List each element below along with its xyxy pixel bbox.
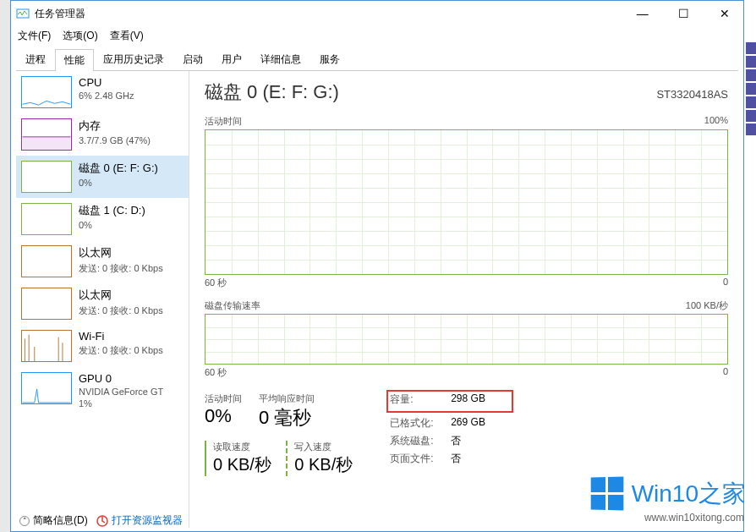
tab-performance[interactable]: 性能 <box>55 49 94 71</box>
capacity-highlight: 容量:298 GB <box>386 390 513 413</box>
menubar: 文件(F) 选项(O) 查看(V) <box>11 26 743 45</box>
formatted-value: 269 GB <box>451 416 510 431</box>
chart2-max: 100 KB/秒 <box>686 299 728 312</box>
sidebar-detail: 6% 2.48 GHz <box>79 90 134 101</box>
chart2-xright: 0 <box>723 366 728 379</box>
memory-thumb-icon <box>21 118 72 151</box>
window-title: 任务管理器 <box>35 7 623 21</box>
tab-processes[interactable]: 进程 <box>16 48 55 70</box>
minimize-button[interactable]: — <box>623 1 661 26</box>
menu-options[interactable]: 选项(O) <box>63 29 97 43</box>
app-icon <box>16 7 30 20</box>
maximize-button[interactable]: ☐ <box>665 1 703 26</box>
read-speed-label: 读取速度 <box>213 441 271 453</box>
sidebar-label: 磁盘 1 (C: D:) <box>79 203 145 218</box>
formatted-key: 已格式化: <box>390 416 451 431</box>
sidebar-detail: NVIDIA GeForce GT <box>79 387 163 397</box>
sidebar-label: 内存 <box>79 118 151 134</box>
sidebar-ethernet-1[interactable]: 以太网发送: 0 接收: 0 Kbps <box>16 282 189 325</box>
response-time-label: 平均响应时间 <box>259 392 315 405</box>
sidebar-label: GPU 0 <box>79 372 163 385</box>
sidebar-label: 以太网 <box>79 288 163 303</box>
active-time-value: 0% <box>205 405 242 427</box>
sidebar-label: CPU <box>79 76 134 89</box>
close-button[interactable]: ✕ <box>705 1 743 26</box>
resource-monitor-icon <box>96 515 108 527</box>
tab-users[interactable]: 用户 <box>212 48 251 70</box>
open-resource-monitor[interactable]: 打开资源监视器 <box>96 513 183 528</box>
ethernet-thumb-icon <box>21 288 72 320</box>
disk-model: ST3320418AS <box>656 88 728 101</box>
tab-app-history[interactable]: 应用历史记录 <box>94 48 173 70</box>
system-disk-key: 系统磁盘: <box>390 434 451 448</box>
active-time-label: 活动时间 <box>205 392 242 405</box>
ethernet-thumb-icon <box>21 245 72 277</box>
read-speed-value: 0 KB/秒 <box>213 453 271 476</box>
sidebar-label: Wi-Fi <box>79 330 163 343</box>
pagefile-value: 否 <box>451 452 510 466</box>
menu-file[interactable]: 文件(F) <box>18 29 51 43</box>
svg-rect-1 <box>23 137 71 150</box>
chart1-max: 100% <box>704 115 728 128</box>
system-disk-value: 否 <box>451 434 510 448</box>
menu-view[interactable]: 查看(V) <box>110 29 144 43</box>
sidebar-gpu-0[interactable]: GPU 0NVIDIA GeForce GT1% <box>16 367 189 414</box>
chart2-xleft: 60 秒 <box>205 366 227 379</box>
task-manager-window: 任务管理器 — ☐ ✕ 文件(F) 选项(O) 查看(V) 进程 性能 应用历史… <box>10 0 744 532</box>
sidebar-detail: 1% <box>79 398 163 409</box>
response-time-value: 0 毫秒 <box>259 405 315 431</box>
sidebar-detail: 0% <box>79 220 145 230</box>
main-panel: 磁盘 0 (E: F: G:) ST3320418AS 活动时间 100% 60… <box>189 71 743 528</box>
disk-thumb-icon <box>21 203 72 235</box>
tab-startup[interactable]: 启动 <box>173 48 212 70</box>
write-speed-label: 写入速度 <box>294 441 353 453</box>
disk-thumb-icon <box>21 161 72 193</box>
sidebar-detail: 3.7/7.9 GB (47%) <box>79 135 151 145</box>
sidebar-cpu[interactable]: CPU6% 2.48 GHz <box>16 71 189 113</box>
titlebar[interactable]: 任务管理器 — ☐ ✕ <box>11 1 743 26</box>
chart1-xleft: 60 秒 <box>205 277 227 289</box>
sidebar-detail: 发送: 0 接收: 0 Kbps <box>79 344 163 357</box>
sidebar-disk-0[interactable]: 磁盘 0 (E: F: G:)0% <box>16 156 189 198</box>
sidebar-ethernet-0[interactable]: 以太网发送: 0 接收: 0 Kbps <box>16 240 189 282</box>
chart1-xright: 0 <box>723 277 728 289</box>
sidebar-label: 磁盘 0 (E: F: G:) <box>79 161 158 176</box>
wifi-thumb-icon <box>21 330 72 362</box>
watermark-url: www.win10xitong.com <box>644 512 744 524</box>
performance-sidebar: CPU6% 2.48 GHz 内存3.7/7.9 GB (47%) 磁盘 0 (… <box>16 71 189 528</box>
sidebar-detail: 发送: 0 接收: 0 Kbps <box>79 262 163 275</box>
capacity-value: 298 GB <box>451 392 510 407</box>
gpu-thumb-icon <box>21 372 72 404</box>
disk-info-table: 容量:298 GB 已格式化:269 GB 系统磁盘:否 页面文件:否 <box>390 392 510 476</box>
capacity-key: 容量: <box>390 392 451 407</box>
transfer-chart <box>205 314 728 365</box>
sidebar-label: 以太网 <box>79 245 163 261</box>
watermark-logo: Win10之家 <box>590 477 746 510</box>
windows-logo-icon <box>590 476 623 510</box>
tab-services[interactable]: 服务 <box>310 48 349 70</box>
chart1-label: 活动时间 <box>205 115 242 128</box>
write-speed-value: 0 KB/秒 <box>294 453 353 476</box>
sidebar-memory[interactable]: 内存3.7/7.9 GB (47%) <box>16 113 189 156</box>
cpu-thumb-icon <box>21 76 72 108</box>
chart2-label: 磁盘传输速率 <box>205 299 260 312</box>
pagefile-key: 页面文件: <box>390 452 451 466</box>
page-title: 磁盘 0 (E: F: G:) <box>205 80 339 105</box>
sidebar-detail: 0% <box>79 178 158 188</box>
activity-chart <box>205 129 728 275</box>
footer: ˄简略信息(D) 打开资源监视器 <box>19 513 183 528</box>
sidebar-disk-1[interactable]: 磁盘 1 (C: D:)0% <box>16 198 189 240</box>
brief-info-toggle[interactable]: ˄简略信息(D) <box>19 513 88 528</box>
collapse-icon: ˄ <box>19 516 30 526</box>
tabbar: 进程 性能 应用历史记录 启动 用户 详细信息 服务 <box>16 48 738 71</box>
sidebar-detail: 发送: 0 接收: 0 Kbps <box>79 304 163 317</box>
tab-details[interactable]: 详细信息 <box>251 48 310 70</box>
sidebar-wifi[interactable]: Wi-Fi发送: 0 接收: 0 Kbps <box>16 325 189 367</box>
